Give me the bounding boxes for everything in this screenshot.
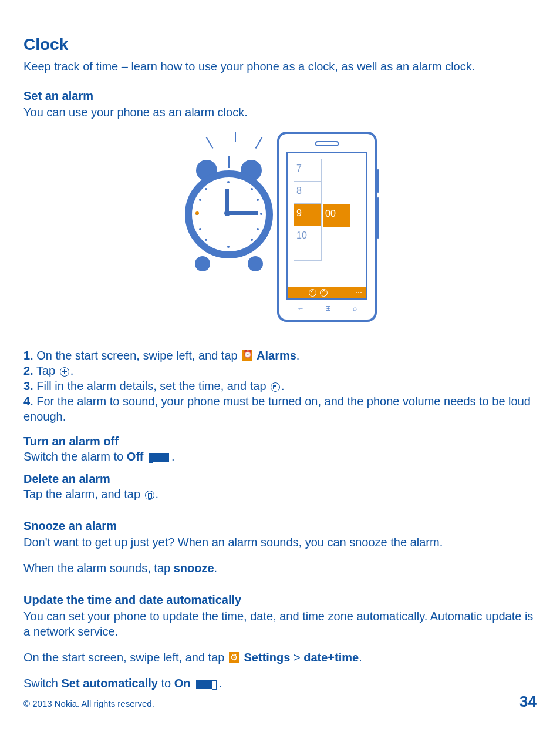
- text: Tap the alarm, and tap: [23, 488, 144, 500]
- toggle-off-icon: [149, 453, 169, 462]
- more-icon: ⋯: [355, 288, 363, 298]
- text: Switch the alarm to: [23, 450, 127, 463]
- text: .: [214, 562, 218, 575]
- auto-body-2: On the start screen, swipe left, and tap…: [23, 650, 537, 665]
- settings-icon: [229, 652, 239, 663]
- off-label: Off: [127, 450, 144, 463]
- text: When the alarm sounds, tap: [23, 562, 174, 575]
- step-number: 4.: [23, 395, 33, 408]
- cancel-icon: ✕: [320, 289, 328, 297]
- alarms-label: Alarms: [254, 349, 296, 362]
- set-alarm-body: You can use your phone as an alarm clock…: [23, 105, 537, 120]
- alarms-icon: [242, 350, 252, 361]
- text: .: [156, 488, 159, 500]
- turn-off-heading: Turn an alarm off: [23, 434, 537, 449]
- text: .: [171, 450, 175, 463]
- settings-label: Settings: [241, 651, 290, 664]
- step-text: .: [296, 349, 300, 362]
- copyright-text: © 2013 Nokia. All rights reserved.: [23, 698, 154, 710]
- snooze-label: snooze: [174, 562, 214, 575]
- picker-cell: 8: [294, 182, 321, 204]
- snooze-body-1: Don't want to get up just yet? When an a…: [23, 535, 537, 550]
- alarm-clock-illustration: [183, 159, 275, 276]
- add-icon: [60, 367, 69, 377]
- step-number: 1.: [23, 349, 33, 362]
- date-time-label: date+time: [303, 651, 359, 664]
- step-text: Fill in the alarm details, set the time,…: [33, 379, 269, 392]
- step-number: 3.: [23, 379, 33, 392]
- step-text: .: [281, 379, 285, 392]
- text: [144, 450, 147, 463]
- delete-heading: Delete an alarm: [23, 471, 537, 486]
- turn-off-body: Switch the alarm to Off .: [23, 449, 537, 464]
- picker-cell: 10: [294, 226, 321, 248]
- step-3: 3. Fill in the alarm details, set the ti…: [23, 378, 537, 394]
- time-picker-hours: 7 8 9 10: [294, 159, 322, 261]
- picker-cell: 7: [294, 159, 321, 182]
- picker-cell-selected: 00: [323, 204, 350, 227]
- auto-update-heading: Update the time and date automatically: [23, 592, 537, 607]
- step-text: For the alarm to sound, your phone must …: [23, 395, 531, 423]
- phone-nav-bar: ← ⊞ ⌕: [286, 302, 367, 315]
- save-icon: [271, 382, 280, 392]
- illustration: 7 8 9 10 00 ✓ ✕ ⋯: [23, 132, 537, 325]
- done-icon: ✓: [309, 289, 316, 297]
- delete-icon: [145, 491, 154, 500]
- step-1: 1. On the start screen, swipe left, and …: [23, 348, 537, 363]
- step-2: 2. Tap .: [23, 363, 537, 378]
- text: On the start screen, swipe left, and tap: [23, 651, 228, 664]
- step-text: On the start screen, swipe left, and tap: [33, 349, 241, 362]
- snooze-heading: Snooze an alarm: [23, 518, 537, 533]
- section-title: Clock: [23, 34, 537, 55]
- page-number: 34: [519, 692, 537, 712]
- motion-line: [206, 137, 214, 149]
- app-bar: ✓ ✕ ⋯: [288, 287, 366, 298]
- delete-body: Tap the alarm, and tap .: [23, 486, 537, 502]
- start-icon: ⊞: [325, 304, 331, 314]
- steps-list: 1. On the start screen, swipe left, and …: [23, 348, 537, 424]
- snooze-body-2: When the alarm sounds, tap snooze.: [23, 560, 537, 576]
- motion-line: [235, 132, 236, 142]
- page-footer: © 2013 Nokia. All rights reserved. 34: [23, 687, 537, 712]
- search-icon: ⌕: [353, 304, 357, 314]
- text: .: [359, 651, 362, 664]
- step-number: 2.: [23, 364, 33, 377]
- text: >: [290, 651, 303, 664]
- phone-illustration: 7 8 9 10 00 ✓ ✕ ⋯: [277, 132, 377, 322]
- set-alarm-heading: Set an alarm: [23, 88, 537, 103]
- auto-body-1: You can set your phone to update the tim…: [23, 609, 537, 639]
- step-4: 4. For the alarm to sound, your phone mu…: [23, 394, 537, 424]
- picker-cell: [294, 248, 321, 260]
- step-text: .: [70, 364, 74, 377]
- step-text: Tap: [33, 364, 59, 377]
- picker-cell-selected: 9: [294, 204, 321, 226]
- back-icon: ←: [297, 304, 304, 314]
- time-picker-minutes: 00: [323, 204, 350, 227]
- intro-text: Keep track of time – learn how to use yo…: [23, 59, 537, 74]
- motion-line: [255, 137, 263, 149]
